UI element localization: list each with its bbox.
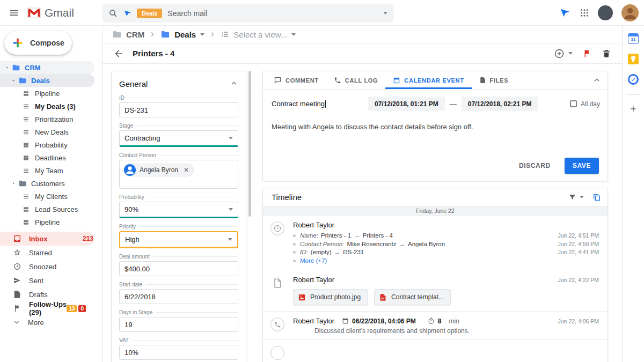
start-date-input[interactable]: 6/22/2018 bbox=[119, 289, 238, 304]
attachment-pdf[interactable]: Contract templat... bbox=[374, 289, 451, 305]
sidebar-folder-customers[interactable]: Customers bbox=[0, 177, 94, 190]
editor-buttons: DISCARD SAVE bbox=[519, 158, 599, 174]
apps-grid-icon[interactable] bbox=[580, 8, 589, 18]
discard-button[interactable]: DISCARD bbox=[519, 162, 551, 169]
hamburger-menu-icon[interactable] bbox=[3, 2, 25, 24]
collapse-chevron-up-icon[interactable] bbox=[592, 76, 601, 85]
vat-input[interactable]: 10% bbox=[119, 345, 238, 360]
sidebar-item-snoozed[interactable]: Snoozed bbox=[0, 260, 94, 274]
chevron-down-icon[interactable] bbox=[3, 65, 11, 70]
probability-select[interactable]: 90% bbox=[119, 202, 238, 218]
keep-addon-icon[interactable] bbox=[628, 54, 639, 64]
contact-chip[interactable]: Angela Byron ✕ bbox=[123, 164, 194, 176]
panel-scrollbar[interactable] bbox=[248, 71, 251, 217]
sidebar-item-follow-ups[interactable]: Follow-Ups (29) 13 0 bbox=[0, 301, 94, 315]
chevron-down-icon[interactable] bbox=[200, 33, 204, 36]
all-day-toggle[interactable]: All day bbox=[570, 100, 600, 108]
compose-button[interactable]: Compose bbox=[4, 31, 72, 55]
change-field: ID: bbox=[300, 248, 308, 257]
stage-select[interactable]: Contracting bbox=[119, 130, 238, 147]
sidebar-item-drafts[interactable]: Drafts bbox=[0, 287, 94, 301]
chevron-down-icon[interactable] bbox=[568, 52, 573, 55]
calendar-icon bbox=[342, 317, 349, 324]
sidebar-view-probability[interactable]: Probability bbox=[0, 138, 94, 151]
sidebar-view-pipeline-2[interactable]: Pipeline bbox=[0, 216, 94, 228]
sidebar-view-my-deals[interactable]: My Deals (3) bbox=[0, 100, 94, 113]
search-bar[interactable]: Deals bbox=[102, 4, 394, 23]
breadcrumb-deals[interactable]: Deals bbox=[160, 29, 204, 39]
trash-icon[interactable] bbox=[602, 49, 611, 58]
sidebar-view-my-clients[interactable]: My Clients bbox=[0, 190, 94, 203]
change-from: Printers - 1 bbox=[321, 232, 351, 240]
tasks-addon-icon[interactable] bbox=[628, 74, 639, 85]
event-start-input[interactable]: 07/12/2018, 01:21 PM bbox=[368, 97, 445, 111]
field-value: 90% bbox=[125, 205, 138, 213]
copy-icon[interactable] bbox=[592, 193, 601, 202]
tab-label: CALENDAR EVENT bbox=[404, 77, 464, 84]
search-input[interactable] bbox=[167, 9, 383, 18]
sidebar-item-label: Starred bbox=[29, 249, 52, 257]
calendar-addon-icon[interactable]: 31 bbox=[628, 33, 639, 44]
tab-comment[interactable]: COMMENT bbox=[266, 71, 326, 89]
topbar: Gmail Deals bbox=[0, 0, 644, 26]
file-icon bbox=[479, 77, 486, 84]
search-options-caret-icon[interactable] bbox=[383, 12, 387, 14]
chevron-down-icon[interactable] bbox=[291, 33, 296, 36]
nethunt-toolbar-icon[interactable] bbox=[559, 7, 571, 19]
deal-amount-input[interactable]: $400.00 bbox=[119, 261, 238, 276]
sidebar-item-more[interactable]: More bbox=[0, 315, 94, 329]
add-record-button[interactable] bbox=[554, 48, 573, 59]
sidebar-view-prioritization[interactable]: Prioritization bbox=[0, 113, 94, 125]
sidebar-folder-crm[interactable]: CRM bbox=[0, 61, 94, 74]
attachment-image[interactable]: Product photo.jpg bbox=[293, 289, 368, 305]
comment-icon bbox=[274, 76, 282, 84]
save-button[interactable]: SAVE bbox=[565, 158, 599, 174]
sidebar-item-inbox[interactable]: Inbox 213 bbox=[0, 232, 94, 246]
remove-contact-icon[interactable]: ✕ bbox=[180, 166, 192, 174]
sidebar-view-new-deals[interactable]: New Deals bbox=[0, 125, 94, 138]
tab-files[interactable]: FILES bbox=[472, 71, 516, 89]
add-addon-icon[interactable] bbox=[629, 105, 638, 113]
collapse-chevron-up-icon[interactable] bbox=[230, 79, 238, 88]
search-deals-chip[interactable]: Deals bbox=[137, 9, 162, 18]
breadcrumb-view-selector[interactable]: Select a view... bbox=[221, 30, 296, 39]
addon-rail: 31 bbox=[622, 26, 644, 362]
days-in-stage-input[interactable]: 19 bbox=[119, 317, 238, 332]
event-description-input[interactable]: Meeting with Angela to discuss the conta… bbox=[272, 123, 599, 131]
filter-funnel-icon[interactable] bbox=[568, 193, 576, 201]
sidebar-view-deadlines[interactable]: Deadlines bbox=[0, 151, 94, 164]
search-icon[interactable] bbox=[108, 9, 118, 18]
tab-call-log[interactable]: CALL LOG bbox=[326, 71, 386, 89]
change-to: Printers - 4 bbox=[363, 232, 393, 240]
user-avatar[interactable] bbox=[621, 4, 639, 21]
sidebar-view-my-team[interactable]: My Team bbox=[0, 164, 94, 177]
back-arrow-icon[interactable] bbox=[112, 47, 125, 60]
priority-select[interactable]: High bbox=[119, 231, 238, 248]
chevron-right-icon[interactable] bbox=[10, 181, 17, 186]
gmail-logo[interactable]: Gmail bbox=[27, 6, 74, 19]
field-vat: VAT 10% bbox=[119, 337, 238, 360]
sidebar-item-starred[interactable]: Starred bbox=[0, 246, 94, 260]
breadcrumb-label: Deals bbox=[174, 30, 196, 39]
event-end-input[interactable]: 07/12/2018, 02:21 PM bbox=[462, 97, 538, 111]
flag-icon bbox=[13, 304, 21, 313]
sidebar-folder-deals[interactable]: Deals bbox=[0, 74, 94, 87]
sidebar-item-sent[interactable]: Sent bbox=[0, 274, 94, 287]
contact-person-input[interactable]: Angela Byron ✕ bbox=[119, 160, 238, 189]
id-input[interactable]: DS-231 bbox=[119, 102, 238, 117]
chevron-down-icon[interactable] bbox=[580, 196, 584, 198]
tab-calendar-event[interactable]: CALENDAR EVENT bbox=[385, 71, 471, 89]
calendar-icon bbox=[393, 77, 400, 84]
sidebar-view-lead-sources[interactable]: Lead Sources bbox=[0, 203, 94, 216]
sidebar-view-pipeline[interactable]: Pipeline bbox=[0, 87, 94, 100]
event-title-input[interactable]: Contract meeting bbox=[272, 100, 368, 108]
flag-icon[interactable] bbox=[582, 49, 592, 58]
breadcrumb-crm[interactable]: CRM bbox=[112, 29, 144, 39]
all-day-checkbox[interactable] bbox=[570, 100, 577, 107]
chevron-down-icon[interactable] bbox=[10, 78, 17, 83]
send-icon bbox=[13, 276, 21, 285]
field-probability: Probability 90% bbox=[119, 194, 238, 218]
field-label: Contact Person bbox=[119, 152, 238, 158]
notifications-icon[interactable] bbox=[598, 5, 613, 20]
show-more-link[interactable]: More (+7) bbox=[293, 257, 599, 265]
